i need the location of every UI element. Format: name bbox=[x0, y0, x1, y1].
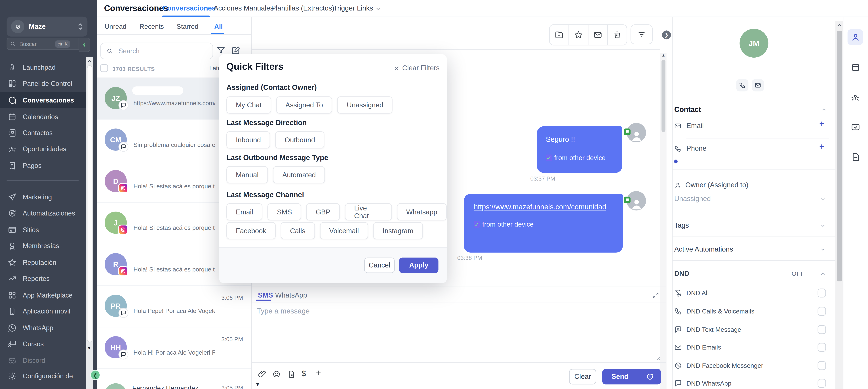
list-tab-unread[interactable]: Unread bbox=[104, 23, 126, 30]
dnd-text-toggle[interactable] bbox=[818, 325, 826, 334]
owner-chevron-icon[interactable] bbox=[820, 196, 826, 202]
add-phone-button[interactable]: + bbox=[819, 142, 825, 152]
tab-conversaciones[interactable]: Conversaciones bbox=[162, 4, 210, 12]
composer-expand-icon[interactable] bbox=[652, 292, 659, 299]
sidebar-collapse-button[interactable]: ❮ bbox=[90, 370, 100, 380]
rail-opportunities-tab[interactable] bbox=[850, 93, 860, 102]
quick-actions-button[interactable] bbox=[79, 38, 90, 52]
conversation-row-6[interactable]: PR Hola Pepe! Por aca Ale Vogeleri 3:06 … bbox=[97, 286, 251, 327]
tab-trigger-links[interactable]: Trigger Links bbox=[333, 4, 374, 12]
chat-scrollbar-thumb[interactable] bbox=[661, 60, 665, 132]
sidebar-item-panel-de-control[interactable]: Panel de Control bbox=[0, 75, 86, 91]
sidebar-scrollbar-thumb[interactable] bbox=[87, 65, 92, 342]
tab-acciones-manuales[interactable]: Acciones Manuales bbox=[214, 4, 262, 12]
cancel-button[interactable]: Cancel bbox=[364, 258, 395, 273]
sidebar-item-aplicacion-movil[interactable]: Aplicación móvil bbox=[0, 303, 86, 319]
sidebar-scroll-down-icon[interactable]: ▼ bbox=[87, 346, 91, 351]
list-tab-starred[interactable]: Starred bbox=[177, 23, 198, 30]
chip-sms[interactable]: SMS bbox=[268, 203, 301, 220]
message-filter-button[interactable] bbox=[630, 25, 653, 44]
attachment-icon[interactable] bbox=[258, 370, 266, 378]
rail-contact-tab[interactable] bbox=[847, 29, 863, 45]
chip-voicemail[interactable]: Voicemail bbox=[320, 222, 368, 239]
chip-inbound[interactable]: Inbound bbox=[226, 131, 270, 149]
dnd-facebook-toggle[interactable] bbox=[818, 361, 826, 370]
star-button[interactable] bbox=[569, 25, 588, 45]
email-button[interactable] bbox=[752, 79, 764, 91]
owner-select[interactable]: Unassigned bbox=[674, 195, 711, 203]
workspace-switcher[interactable]: Maze bbox=[7, 17, 88, 37]
sidebar-item-app-marketplace[interactable]: App Marketplace bbox=[0, 287, 86, 303]
apply-button[interactable]: Apply bbox=[399, 258, 438, 273]
tags-chevron-icon[interactable] bbox=[820, 223, 826, 229]
sidebar-item-whatsapp[interactable]: WhatsApp bbox=[0, 320, 86, 336]
schedule-send-icon[interactable] bbox=[638, 373, 661, 381]
chip-email[interactable]: Email bbox=[226, 203, 262, 220]
chat-scroll-up-icon[interactable]: ▲ bbox=[661, 53, 665, 57]
rail-calendar-tab[interactable] bbox=[851, 63, 860, 72]
select-all-checkbox[interactable] bbox=[100, 64, 108, 72]
chip-assigned-to[interactable]: Assigned To bbox=[276, 96, 333, 114]
message-input[interactable] bbox=[256, 306, 643, 358]
dnd-whatsapp-toggle[interactable] bbox=[818, 379, 826, 388]
sidebar-item-calendarios[interactable]: Calendarios bbox=[0, 109, 86, 125]
sidebar-search-input[interactable] bbox=[18, 40, 53, 48]
sidebar-search[interactable]: ctrl K bbox=[7, 38, 79, 50]
sidebar-item-marketing[interactable]: Marketing bbox=[0, 189, 86, 205]
sidebar-item-configuracion[interactable]: Configuración de bbox=[0, 368, 86, 384]
sidebar-item-contactos[interactable]: Contactos bbox=[0, 125, 86, 141]
chip-instagram[interactable]: Instagram bbox=[373, 222, 423, 239]
sidebar-item-cursos[interactable]: Cursos bbox=[0, 336, 86, 352]
archive-button[interactable] bbox=[550, 25, 569, 45]
chip-automated[interactable]: Automated bbox=[273, 166, 325, 183]
chip-live-chat[interactable]: Live Chat bbox=[345, 203, 392, 220]
chip-outbound[interactable]: Outbound bbox=[275, 131, 324, 149]
compose-icon[interactable] bbox=[231, 46, 240, 55]
sidebar-item-sitios[interactable]: Sitios bbox=[0, 221, 86, 238]
clear-filters-button[interactable]: Clear Filters bbox=[394, 64, 440, 72]
template-icon[interactable] bbox=[287, 370, 296, 378]
add-email-button[interactable]: + bbox=[819, 119, 825, 129]
emoji-icon[interactable] bbox=[272, 370, 281, 378]
plus-icon[interactable]: + bbox=[315, 368, 321, 379]
chip-unassigned[interactable]: Unassigned bbox=[337, 96, 393, 114]
sidebar-item-reputacion[interactable]: Reputación bbox=[0, 254, 86, 270]
sidebar-item-oportunidades[interactable]: Oportunidades bbox=[0, 141, 86, 157]
chip-gbp[interactable]: GBP bbox=[306, 203, 340, 220]
delete-button[interactable] bbox=[608, 25, 626, 45]
call-button[interactable] bbox=[736, 79, 748, 91]
send-button[interactable]: Send bbox=[602, 369, 661, 385]
list-tab-recents[interactable]: Recents bbox=[140, 23, 164, 30]
sidebar-scroll-up-icon[interactable] bbox=[86, 58, 92, 64]
sidebar-item-launchpad[interactable]: Launchpad bbox=[0, 59, 86, 75]
composer-tab-sms[interactable]: SMS bbox=[258, 291, 273, 299]
sidebar-item-membresias[interactable]: Membresías bbox=[0, 238, 86, 254]
dnd-chevron-icon[interactable] bbox=[820, 271, 826, 277]
filter-funnel-icon[interactable] bbox=[216, 46, 225, 55]
sidebar-item-automatizaciones[interactable]: Automatizaciones bbox=[0, 205, 86, 221]
contact-collapse-icon[interactable] bbox=[821, 106, 827, 113]
resize-grip-icon[interactable] bbox=[654, 354, 661, 361]
dnd-section-title[interactable]: DND bbox=[674, 270, 689, 278]
panel-scrollbar-thumb[interactable] bbox=[837, 31, 842, 281]
chip-facebook[interactable]: Facebook bbox=[226, 222, 276, 239]
payment-request-icon[interactable]: $ bbox=[302, 369, 306, 378]
automations-chevron-icon[interactable] bbox=[820, 246, 826, 252]
conversation-row-8[interactable]: Fernandez Hernandez 3:05 PM bbox=[97, 369, 251, 389]
clear-button[interactable]: Clear bbox=[569, 369, 596, 385]
conversation-search[interactable] bbox=[100, 43, 213, 59]
trigger-links-chevron-icon[interactable] bbox=[375, 6, 381, 12]
rail-notes-tab[interactable] bbox=[851, 152, 860, 162]
list-tab-all[interactable]: All bbox=[214, 23, 223, 30]
conversation-search-input[interactable] bbox=[117, 47, 203, 55]
dnd-calls-toggle[interactable] bbox=[818, 307, 826, 316]
dnd-all-toggle[interactable] bbox=[818, 289, 826, 298]
rail-tasks-tab[interactable] bbox=[851, 122, 860, 132]
workspace-chevrons-icon[interactable] bbox=[78, 22, 83, 31]
list-scroll-down-icon[interactable]: ▼ bbox=[255, 382, 260, 387]
mark-read-button[interactable] bbox=[588, 25, 608, 45]
tab-plantillas[interactable]: Plantillas (Extractos) bbox=[271, 4, 327, 12]
sidebar-item-conversaciones[interactable]: Conversaciones bbox=[0, 92, 86, 108]
composer-tab-whatsapp[interactable]: WhatsApp bbox=[275, 291, 307, 299]
chip-calls[interactable]: Calls bbox=[281, 222, 315, 239]
